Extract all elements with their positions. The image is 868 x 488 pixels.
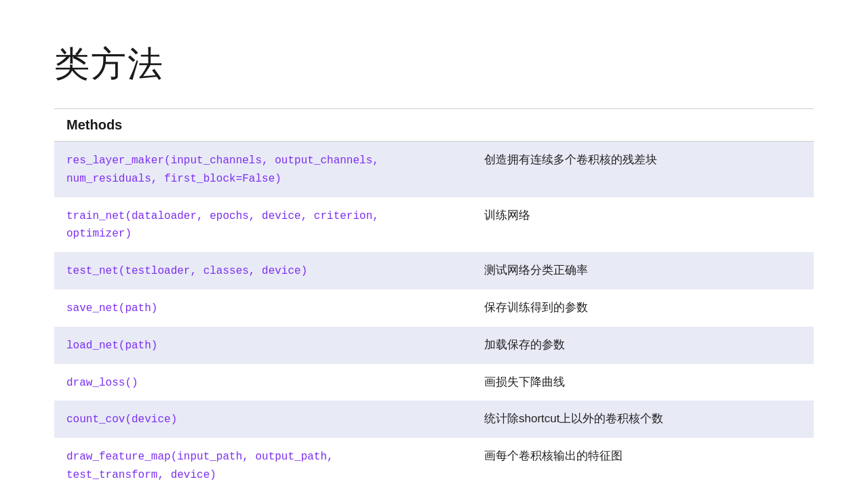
table-row: test_net(testloader, classes, device)测试网…: [54, 252, 814, 289]
table-row: load_net(path)加载保存的参数: [54, 327, 814, 364]
method-description-cell: 画每个卷积核输出的特征图: [472, 438, 814, 488]
method-signature: save_net(path): [66, 302, 157, 314]
method-signature-cell: test_net(testloader, classes, device): [54, 252, 472, 289]
method-signature: train_net(dataloader, epochs, device, cr…: [66, 210, 379, 241]
method-description-cell: 保存训练得到的参数: [472, 289, 814, 327]
method-signature-cell: res_layer_maker(input_channels, output_c…: [54, 142, 472, 197]
method-description-cell: 训练网络: [472, 197, 814, 253]
table-row: draw_loss()画损失下降曲线: [54, 364, 814, 401]
table-row: res_layer_maker(input_channels, output_c…: [54, 142, 814, 197]
page-title: 类方法: [54, 41, 814, 88]
method-description-cell: 统计除shortcut上以外的卷积核个数: [472, 401, 814, 438]
method-signature: load_net(path): [66, 340, 157, 352]
method-signature: count_cov(device): [66, 413, 177, 426]
methods-table: Methods res_layer_maker(input_channels, …: [54, 109, 814, 488]
method-signature: draw_loss(): [66, 377, 138, 389]
method-signature: test_net(testloader, classes, device): [66, 265, 307, 277]
method-description-cell: 加载保存的参数: [472, 327, 814, 364]
table-row: count_cov(device)统计除shortcut上以外的卷积核个数: [54, 401, 814, 438]
table-row: save_net(path)保存训练得到的参数: [54, 289, 814, 327]
method-signature-cell: draw_feature_map(input_path, output_path…: [54, 438, 472, 488]
method-description-cell: 测试网络分类正确率: [472, 252, 814, 289]
page-container: 类方法 Methods res_layer_maker(input_channe…: [0, 0, 868, 488]
method-signature-cell: count_cov(device): [54, 401, 472, 438]
table-row: train_net(dataloader, epochs, device, cr…: [54, 197, 814, 253]
method-signature-cell: draw_loss(): [54, 364, 472, 401]
method-signature-cell: save_net(path): [54, 289, 472, 327]
table-row: draw_feature_map(input_path, output_path…: [54, 438, 814, 488]
method-description-cell: 画损失下降曲线: [472, 364, 814, 401]
method-description-cell: 创造拥有连续多个卷积核的残差块: [472, 142, 814, 197]
table-header: Methods: [54, 109, 814, 142]
method-signature-cell: load_net(path): [54, 327, 472, 364]
method-signature-cell: train_net(dataloader, epochs, device, cr…: [54, 197, 472, 253]
method-signature: draw_feature_map(input_path, output_path…: [66, 451, 334, 481]
method-signature: res_layer_maker(input_channels, output_c…: [66, 155, 379, 185]
